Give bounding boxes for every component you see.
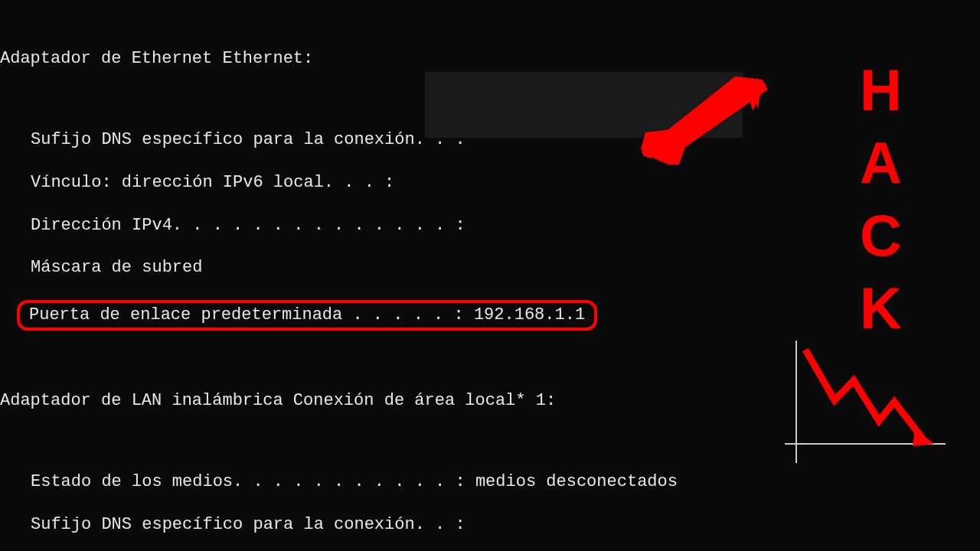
ethernet-ipv6-link: Vínculo: dirección IPv6 local. . . : [31, 172, 980, 194]
arrow-pointer-icon [639, 73, 769, 165]
adapter-ethernet-header: Adaptador de Ethernet Ethernet: [0, 48, 980, 70]
svg-marker-4 [641, 128, 687, 165]
gateway-label: Puerta de enlace predeterminada . . . . … [29, 305, 464, 324]
hack-letter-a: A [860, 126, 903, 199]
hack-overlay: H A C K [860, 54, 903, 344]
ethernet-ipv4: Dirección IPv4. . . . . . . . . . . . . … [31, 215, 980, 236]
gateway-highlight-box: Puerta de enlace predeterminada . . . . … [17, 300, 597, 331]
svg-marker-7 [913, 429, 934, 446]
downtrend-chart-icon [781, 341, 949, 471]
wlan1-media-state: Estado de los medios. . . . . . . . . . … [31, 471, 980, 493]
wlan1-dns-suffix: Sufijo DNS específico para la conexión. … [31, 514, 980, 536]
hack-letter-k: K [860, 272, 903, 344]
gateway-row: Puerta de enlace predeterminada . . . . … [0, 300, 980, 331]
ethernet-subnet: Máscara de subred [31, 257, 980, 279]
hack-letter-h: H [860, 54, 903, 126]
gateway-value: 192.168.1.1 [474, 305, 585, 324]
hack-letter-c: C [860, 199, 903, 272]
